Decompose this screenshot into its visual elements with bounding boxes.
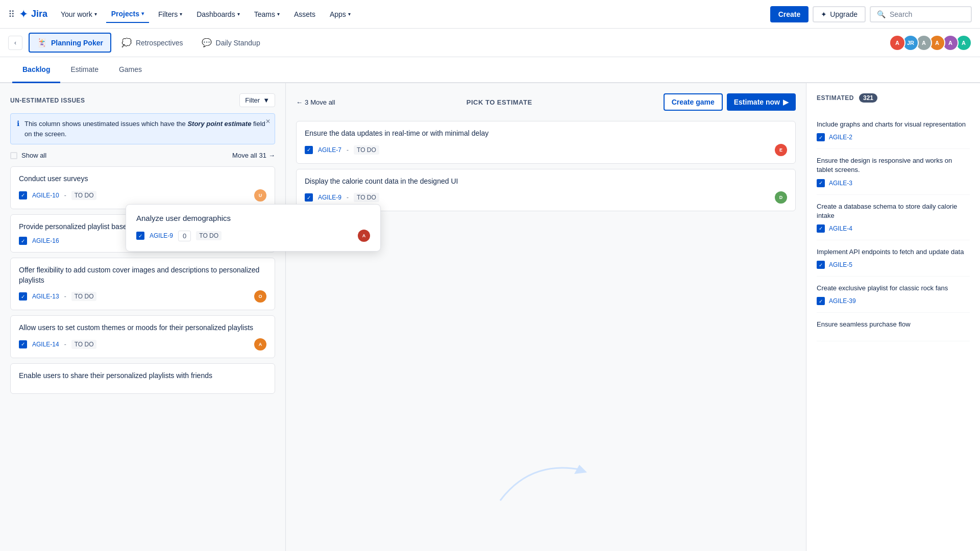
right-issue: Create a database schema to store daily … bbox=[817, 195, 970, 240]
issue-id: AGILE-4 bbox=[829, 225, 852, 232]
nav-filters[interactable]: Filters ▾ bbox=[153, 6, 187, 22]
issue-id: AGILE-3 bbox=[829, 180, 852, 187]
issue-checkbox[interactable]: ✓ bbox=[19, 237, 27, 245]
left-panel: UN-ESTIMATED ISSUES Filter ▼ ℹ This colu… bbox=[0, 83, 286, 551]
score-badge: 0 bbox=[178, 231, 191, 241]
floating-card-meta: ✓ AGILE-9 0 TO DO A bbox=[136, 230, 370, 242]
chevron-icon: ▾ bbox=[141, 11, 144, 16]
right-issue: Ensure the design is responsive and work… bbox=[817, 149, 970, 194]
retrospectives-icon: 💭 bbox=[121, 38, 132, 47]
issue-title: Ensure the design is responsive and work… bbox=[817, 156, 970, 174]
issue-checkbox[interactable]: ✓ bbox=[19, 340, 27, 348]
move-all-count: 31 bbox=[259, 152, 266, 159]
issue-title: Enable users to share their personalized… bbox=[19, 371, 266, 381]
issue-id: AGILE-13 bbox=[32, 293, 59, 300]
issue-title: Ensure seamless purchase flow bbox=[817, 320, 970, 329]
show-all-checkbox[interactable] bbox=[10, 152, 17, 159]
chevron-icon: ▾ bbox=[180, 11, 182, 17]
issue-meta: ✓ AGILE-2 bbox=[817, 133, 970, 141]
close-icon[interactable]: ✕ bbox=[265, 118, 271, 125]
middle-panel: ← 3 Move all PICK TO ESTIMATE Create gam… bbox=[286, 83, 806, 551]
issue-meta: ✓ AGILE-13 - TO DO O bbox=[19, 290, 266, 303]
filter-button[interactable]: Filter ▼ bbox=[239, 93, 275, 107]
issue-id: AGILE-5 bbox=[829, 261, 852, 268]
info-banner-text: This column shows unestimated issues whi… bbox=[24, 119, 268, 139]
todo-badge: TO DO bbox=[354, 193, 379, 202]
nav-projects[interactable]: Projects ▾ bbox=[106, 6, 149, 23]
nav-apps[interactable]: Apps ▾ bbox=[325, 6, 356, 22]
estimate-now-button[interactable]: Estimate now ▶ bbox=[727, 93, 796, 111]
issue-card[interactable]: Enable users to share their personalized… bbox=[10, 363, 275, 394]
upgrade-button[interactable]: ✦ Upgrade bbox=[813, 6, 866, 22]
left-arrow-icon: ← bbox=[296, 98, 303, 106]
tab-estimate[interactable]: Estimate bbox=[60, 57, 108, 83]
create-button[interactable]: Create bbox=[770, 6, 809, 22]
drag-arrow bbox=[490, 449, 602, 511]
main-tabs: Backlog Estimate Games bbox=[0, 57, 980, 83]
left-panel-header: UN-ESTIMATED ISSUES Filter ▼ bbox=[10, 93, 275, 107]
chevron-icon: ▾ bbox=[237, 11, 240, 17]
middle-panel-title: PICK TO ESTIMATE bbox=[467, 98, 532, 106]
daily-standup-icon: 💬 bbox=[202, 38, 212, 47]
issue-card[interactable]: Conduct user surveys ✓ AGILE-10 - TO DO … bbox=[10, 166, 275, 209]
issue-id: AGILE-10 bbox=[32, 192, 59, 199]
issue-checkbox[interactable]: ✓ bbox=[19, 191, 27, 199]
top-nav: ⠿ ✦ Jira Your work ▾ Projects ▾ Filters … bbox=[0, 0, 980, 29]
logo-text: Jira bbox=[31, 9, 47, 19]
logo[interactable]: ✦ Jira bbox=[19, 8, 47, 21]
issue-checkbox: ✓ bbox=[817, 179, 825, 187]
move-count: 3 bbox=[305, 98, 308, 106]
tab-games[interactable]: Games bbox=[109, 57, 152, 83]
nav-your-work[interactable]: Your work ▾ bbox=[56, 6, 102, 22]
chevron-icon: ▾ bbox=[94, 11, 97, 17]
tab-daily-standup[interactable]: 💬 Daily Standup bbox=[193, 33, 268, 53]
tab-backlog[interactable]: Backlog bbox=[12, 57, 60, 83]
move-all-link[interactable]: Move all 31 → bbox=[232, 152, 275, 159]
issue-id: AGILE-14 bbox=[32, 341, 59, 348]
user-avatars: A JR A A A A bbox=[892, 35, 972, 51]
create-game-button[interactable]: Create game bbox=[664, 93, 723, 111]
sidebar-toggle[interactable]: ‹ bbox=[8, 36, 22, 50]
issue-checkbox: ✓ bbox=[817, 224, 825, 233]
issue-meta: ✓ AGILE-10 - TO DO U bbox=[19, 189, 266, 202]
show-all-row: Show all Move all 31 → bbox=[10, 152, 275, 159]
planning-poker-icon: 🃏 bbox=[37, 38, 47, 47]
tab-planning-poker[interactable]: 🃏 Planning Poker bbox=[29, 33, 111, 53]
chevron-icon: ▾ bbox=[348, 11, 351, 17]
avatar: A bbox=[358, 230, 370, 242]
issue-id: AGILE-39 bbox=[829, 297, 856, 305]
todo-badge: TO DO bbox=[196, 231, 222, 240]
left-panel-title: UN-ESTIMATED ISSUES bbox=[10, 97, 85, 104]
issue-id: AGILE-2 bbox=[829, 134, 852, 141]
middle-panel-header: ← 3 Move all PICK TO ESTIMATE Create gam… bbox=[296, 93, 796, 111]
issue-checkbox: ✓ bbox=[817, 297, 825, 305]
issue-meta: ✓ AGILE-4 bbox=[817, 224, 970, 233]
middle-issue-card[interactable]: Ensure the data updates in real-time or … bbox=[296, 121, 796, 164]
avatar[interactable]: A bbox=[889, 35, 905, 51]
nav-dashboards[interactable]: Dashboards ▾ bbox=[191, 6, 245, 22]
nav-assets[interactable]: Assets bbox=[289, 6, 321, 22]
todo-badge: TO DO bbox=[71, 191, 97, 200]
nav-teams[interactable]: Teams ▾ bbox=[249, 6, 285, 22]
show-all-label[interactable]: Show all bbox=[10, 152, 46, 159]
todo-badge: TO DO bbox=[71, 292, 97, 301]
grid-icon[interactable]: ⠿ bbox=[8, 9, 15, 20]
right-panel-header: ESTIMATED 321 bbox=[817, 93, 970, 103]
issue-checkbox[interactable]: ✓ bbox=[305, 146, 313, 154]
issue-meta: ✓ AGILE-9 - TO DO D bbox=[305, 191, 787, 204]
arrow-icon: → bbox=[268, 152, 275, 159]
issue-meta: ✓ AGILE-7 - TO DO E bbox=[305, 144, 787, 156]
issue-checkbox[interactable]: ✓ bbox=[305, 193, 313, 202]
floating-card-title: Analyze user demographics bbox=[136, 214, 370, 222]
jira-icon: ✦ bbox=[19, 8, 28, 21]
tab-retrospectives[interactable]: 💭 Retrospectives bbox=[113, 33, 191, 53]
move-all-button[interactable]: ← 3 Move all bbox=[296, 98, 335, 106]
search-input[interactable]: 🔍 Search bbox=[870, 6, 972, 22]
right-issue: Implement API endpoints to fetch and upd… bbox=[817, 240, 970, 277]
issue-card[interactable]: Offer flexibility to add custom cover im… bbox=[10, 258, 275, 310]
issue-checkbox[interactable]: ✓ bbox=[136, 232, 144, 240]
issue-title: Allow users to set custom themes or mood… bbox=[19, 323, 266, 333]
issue-checkbox[interactable]: ✓ bbox=[19, 292, 27, 300]
issue-card[interactable]: Allow users to set custom themes or mood… bbox=[10, 315, 275, 358]
right-issue: Create exclusive playlist for classic ro… bbox=[817, 277, 970, 313]
